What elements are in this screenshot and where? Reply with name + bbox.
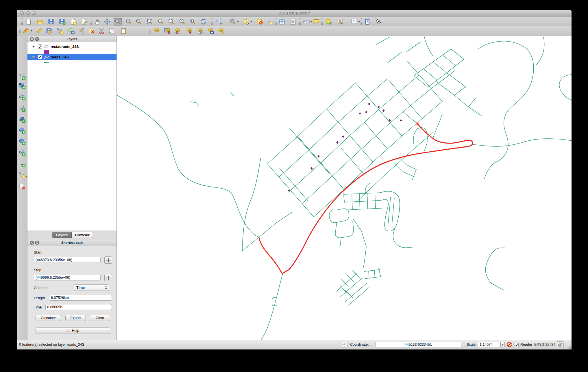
save-layer-edits-icon[interactable]	[45, 27, 53, 35]
label-change-icon[interactable]: abc	[206, 27, 215, 35]
toolbar-handle[interactable]	[346, 18, 348, 25]
add-delimited-text-icon[interactable]: ,	[18, 160, 26, 168]
stop-input[interactable]	[34, 275, 101, 280]
add-spatialite-layer-icon[interactable]	[18, 104, 26, 112]
open-project-icon[interactable]	[36, 18, 44, 26]
start-input[interactable]	[34, 257, 101, 263]
roads-swatch[interactable]	[44, 62, 49, 63]
add-wfs-layer-icon[interactable]	[18, 148, 26, 157]
labeling-icon[interactable]: abc	[152, 27, 160, 35]
toolbar-handle[interactable]	[149, 27, 151, 35]
measure-line-icon[interactable]	[302, 18, 310, 26]
layer-checkbox[interactable]	[38, 55, 42, 59]
remove-layer-icon[interactable]	[18, 182, 26, 190]
toolbar-handle[interactable]	[321, 18, 323, 25]
tab-browser[interactable]: Browser	[72, 232, 93, 238]
dropdown-arrow-icon[interactable]	[250, 21, 252, 22]
map-canvas[interactable]	[117, 36, 572, 340]
help-contents-icon[interactable]: ?	[363, 18, 371, 26]
expand-icon[interactable]	[32, 46, 35, 48]
label-move-icon[interactable]: abc	[163, 27, 171, 35]
toolbar-handle[interactable]	[21, 18, 23, 25]
add-vector-layer-icon[interactable]	[18, 72, 26, 81]
toggle-editing-icon[interactable]	[36, 27, 44, 35]
zoom-full-icon[interactable]	[146, 18, 154, 26]
zoom-to-selection-icon[interactable]	[157, 18, 165, 26]
export-button[interactable]: Export	[65, 315, 86, 321]
zoom-to-layer-icon[interactable]	[167, 18, 175, 26]
pan-map-icon[interactable]	[93, 18, 101, 26]
add-wms-layer-icon[interactable]	[18, 127, 26, 135]
clear-button[interactable]: Clear	[90, 315, 110, 321]
add-wcs-layer-icon[interactable]	[18, 137, 26, 146]
text-annotation-icon[interactable]: T	[350, 18, 358, 26]
save-project-icon[interactable]	[47, 18, 55, 26]
capture-start-point-icon[interactable]	[104, 256, 112, 264]
select-by-expression-icon[interactable]: ε	[266, 18, 274, 26]
save-project-as-icon[interactable]	[58, 18, 66, 26]
calculate-button[interactable]: Calculate	[36, 315, 61, 321]
attribute-table-icon[interactable]	[278, 18, 286, 26]
restaurants-swatch[interactable]	[44, 50, 49, 54]
deselect-all-icon[interactable]	[256, 18, 264, 26]
refresh-icon[interactable]	[199, 18, 208, 26]
label-rotate-icon[interactable]: abc	[173, 27, 182, 35]
add-postgis-layer-icon[interactable]	[18, 93, 26, 101]
scale-input[interactable]	[478, 342, 500, 347]
time-field[interactable]	[45, 304, 112, 310]
zoom-in-icon[interactable]	[114, 18, 122, 26]
map-tips-icon[interactable]	[312, 18, 320, 26]
help-button[interactable]: Help	[36, 328, 110, 334]
layer-row-roads[interactable]: roads_34S	[27, 54, 117, 60]
zoom-native-icon[interactable]: 1:1	[135, 18, 143, 26]
copy-features-icon[interactable]	[108, 27, 116, 35]
label-pin-icon[interactable]: abc	[185, 27, 193, 35]
field-calculator-icon[interactable]	[289, 18, 297, 26]
delete-selected-icon[interactable]	[88, 27, 96, 35]
expand-icon[interactable]	[32, 56, 35, 58]
scale-dropdown-icon[interactable]	[500, 342, 505, 347]
toolbar-handle[interactable]	[19, 27, 21, 35]
length-field[interactable]	[49, 295, 112, 301]
add-raster-layer-icon[interactable]	[18, 82, 26, 90]
dropdown-arrow-icon[interactable]	[25, 176, 27, 177]
identify-features-icon[interactable]: i	[215, 18, 223, 26]
zoom-next-icon[interactable]	[188, 18, 197, 26]
toolbar-handle[interactable]	[239, 18, 241, 25]
add-mssql-layer-icon[interactable]	[18, 115, 26, 123]
toolbar-handle[interactable]	[90, 18, 92, 25]
layer-checkbox[interactable]	[38, 44, 42, 49]
select-rectangle-icon[interactable]	[242, 18, 250, 26]
add-feature-icon[interactable]	[56, 27, 64, 35]
toolbar-handle[interactable]	[211, 18, 213, 25]
paste-features-icon[interactable]	[119, 27, 127, 35]
run-feature-action-icon[interactable]	[229, 18, 237, 26]
new-bookmark-icon[interactable]	[324, 18, 332, 26]
capture-stop-point-icon[interactable]	[104, 274, 112, 281]
resize-grip[interactable]	[567, 345, 571, 349]
tab-layers[interactable]: Layers	[52, 232, 72, 238]
coordinate-input[interactable]	[375, 342, 461, 347]
new-shapefile-layer-icon[interactable]	[18, 171, 26, 179]
node-tool-icon[interactable]	[77, 27, 86, 35]
label-properties-icon[interactable]: abc	[217, 27, 225, 35]
crs-projector-icon[interactable]	[557, 341, 564, 348]
composer-manager-icon[interactable]	[80, 18, 88, 26]
dropdown-arrow-icon[interactable]	[358, 21, 360, 22]
toolbar-handle[interactable]	[275, 18, 277, 25]
extent-toggle-icon[interactable]	[342, 342, 347, 347]
label-show-hide-icon[interactable]: abc	[196, 27, 204, 35]
new-composer-icon[interactable]	[69, 18, 77, 26]
whats-this-icon[interactable]: ?	[374, 18, 382, 26]
current-edits-icon[interactable]	[23, 27, 31, 35]
cut-features-icon[interactable]	[98, 27, 106, 35]
new-project-icon[interactable]	[25, 18, 33, 26]
dropdown-arrow-icon[interactable]	[237, 21, 239, 22]
move-feature-icon[interactable]	[67, 27, 75, 35]
zoom-out-icon[interactable]	[125, 18, 133, 26]
pan-to-selection-icon[interactable]	[103, 18, 111, 26]
layer-row-restaurants[interactable]: restaurants_34S	[27, 44, 117, 50]
show-bookmarks-icon[interactable]	[336, 18, 345, 26]
stop-render-icon[interactable]	[506, 341, 513, 348]
dropdown-arrow-icon[interactable]	[31, 30, 32, 31]
